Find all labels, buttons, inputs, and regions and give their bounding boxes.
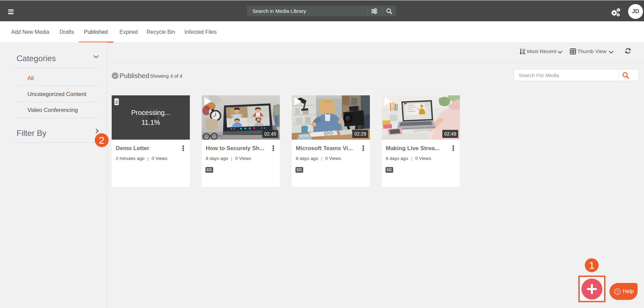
svg-text:?: ? [616,290,618,294]
